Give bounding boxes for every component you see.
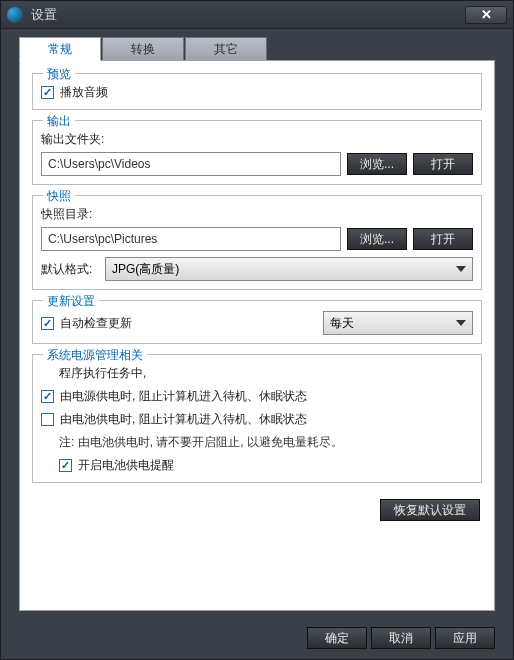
ok-button[interactable]: 确定 [307, 627, 367, 649]
restore-defaults-button[interactable]: 恢复默认设置 [380, 499, 480, 521]
snapshot-open-button[interactable]: 打开 [413, 228, 473, 250]
power-battery-label: 由电池供电时, 阻止计算机进入待机、休眠状态 [60, 411, 307, 428]
tab-bar: 常规 转换 其它 [1, 29, 513, 61]
snapshot-format-select[interactable]: JPG(高质量) [105, 257, 473, 281]
power-ac-label: 由电源供电时, 阻止计算机进入待机、休眠状态 [60, 388, 307, 405]
power-battery-checkbox[interactable] [41, 413, 54, 426]
auto-check-label: 自动检查更新 [60, 315, 132, 332]
power-group: 系统电源管理相关 程序执行任务中, 由电源供电时, 阻止计算机进入待机、休眠状态… [32, 354, 482, 483]
power-reminder-checkbox[interactable] [59, 459, 72, 472]
snapshot-format-value: JPG(高质量) [112, 261, 179, 278]
snapshot-legend: 快照 [43, 188, 75, 205]
auto-check-checkbox[interactable] [41, 317, 54, 330]
tab-other[interactable]: 其它 [185, 37, 267, 61]
preview-legend: 预览 [43, 66, 75, 83]
update-legend: 更新设置 [43, 293, 99, 310]
chevron-down-icon [456, 266, 466, 272]
power-legend: 系统电源管理相关 [43, 347, 147, 364]
update-interval-select[interactable]: 每天 [323, 311, 473, 335]
power-note: 注: 由电池供电时, 请不要开启阻止, 以避免电量耗尽。 [59, 434, 343, 451]
settings-window: 设置 ✕ 常规 转换 其它 预览 播放音频 输出 输出文件夹: 浏览... 打开… [0, 0, 514, 660]
output-open-button[interactable]: 打开 [413, 153, 473, 175]
play-audio-checkbox[interactable] [41, 86, 54, 99]
tab-content: 预览 播放音频 输出 输出文件夹: 浏览... 打开 快照 快照目录: 浏览..… [19, 60, 495, 611]
titlebar: 设置 ✕ [1, 1, 513, 29]
output-folder-input[interactable] [41, 152, 341, 176]
play-audio-label: 播放音频 [60, 84, 108, 101]
output-group: 输出 输出文件夹: 浏览... 打开 [32, 120, 482, 185]
cancel-button[interactable]: 取消 [371, 627, 431, 649]
apply-button[interactable]: 应用 [435, 627, 495, 649]
output-folder-label: 输出文件夹: [41, 131, 473, 148]
chevron-down-icon [456, 320, 466, 326]
power-reminder-label: 开启电池供电提醒 [78, 457, 174, 474]
snapshot-format-label: 默认格式: [41, 261, 99, 278]
power-running-label: 程序执行任务中, [59, 365, 146, 382]
close-button[interactable]: ✕ [465, 6, 507, 24]
power-ac-checkbox[interactable] [41, 390, 54, 403]
app-icon [7, 7, 23, 23]
snapshot-dir-input[interactable] [41, 227, 341, 251]
update-interval-value: 每天 [330, 315, 354, 332]
preview-group: 预览 播放音频 [32, 73, 482, 110]
update-group: 更新设置 自动检查更新 每天 [32, 300, 482, 344]
snapshot-group: 快照 快照目录: 浏览... 打开 默认格式: JPG(高质量) [32, 195, 482, 290]
tab-general[interactable]: 常规 [19, 37, 101, 61]
window-title: 设置 [31, 6, 57, 24]
footer: 确定 取消 应用 [1, 619, 513, 659]
output-legend: 输出 [43, 113, 75, 130]
snapshot-dir-label: 快照目录: [41, 206, 473, 223]
snapshot-browse-button[interactable]: 浏览... [347, 228, 407, 250]
output-browse-button[interactable]: 浏览... [347, 153, 407, 175]
tab-convert[interactable]: 转换 [102, 37, 184, 61]
